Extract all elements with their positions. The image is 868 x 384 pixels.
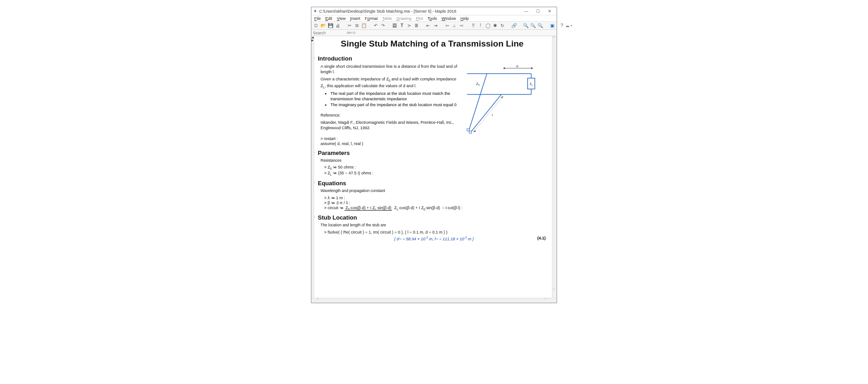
intro-bullet-2: The imaginary part of the impedance at t… — [330, 103, 462, 108]
print-icon[interactable]: 🖨 — [335, 23, 341, 29]
equations-subheading: Wavelength and propagation constant — [321, 188, 547, 193]
menu-insert[interactable]: Insert — [348, 16, 362, 21]
document-area[interactable]: Single Stub Matching of a Transmission L… — [314, 36, 552, 298]
svg-rect-19 — [469, 131, 472, 133]
cloud-dropdown-icon[interactable]: ▾ — [571, 24, 572, 28]
menu-table[interactable]: Table — [380, 16, 394, 21]
back-icon[interactable]: ⇦ — [444, 23, 450, 29]
home-icon[interactable]: ⌂ — [451, 23, 458, 29]
svg-text:d: d — [516, 64, 518, 68]
svg-marker-16 — [473, 130, 476, 132]
disclosure-triangle-icon[interactable]: ▼ — [314, 181, 316, 186]
indent-icon[interactable]: ⇥ — [432, 23, 439, 29]
svg-marker-15 — [501, 96, 503, 98]
svg-line-12 — [471, 94, 501, 132]
menu-view[interactable]: View — [335, 16, 347, 21]
scroll-left-icon[interactable]: ˂ — [317, 298, 319, 302]
code-z0[interactable]: > Z0 ≔ 50 ohms : — [321, 165, 547, 170]
disclosure-triangle-icon[interactable]: ▼ — [314, 151, 316, 155]
zoom-out-icon[interactable]: 🔍 — [537, 23, 543, 29]
copy-icon[interactable]: ⧉ — [354, 23, 360, 29]
cut-icon[interactable]: ✂ — [346, 23, 353, 29]
menu-window[interactable]: Window — [440, 16, 458, 21]
svg-rect-18 — [467, 129, 469, 131]
section-heading-stub: Stub Location — [318, 214, 357, 221]
prompt-icon[interactable]: ≻ — [406, 23, 412, 29]
code-circuit[interactable]: > circuit ≔ Z0·cos(β·d) + I ZL·sin(β·d) … — [321, 206, 547, 211]
reference-heading: Reference: — [321, 112, 462, 118]
stub-subheading: The location and length of the stub are — [321, 223, 547, 228]
image-icon[interactable]: 🖼 — [392, 23, 398, 29]
paste-icon[interactable]: 📋 — [361, 23, 367, 29]
section-heading-parameters: Parameters — [318, 150, 350, 156]
execute-all-icon[interactable]: ‼ — [470, 23, 476, 29]
svg-marker-1 — [503, 67, 505, 69]
titlebar: ✦ C:\Users\skhan\Desktop\Single Stub Mat… — [311, 7, 557, 15]
window-controls: — ☐ ✕ — [520, 8, 556, 15]
menu-drawing[interactable]: Drawing — [395, 16, 413, 21]
menu-plot[interactable]: Plot — [414, 16, 425, 21]
restart-icon[interactable]: ↻ — [499, 23, 505, 29]
section-heading-equations: Equations — [318, 180, 346, 187]
search-bar: Alt+S — [311, 30, 557, 36]
workspace: ◀ ▶ Single Stub Matching of a Transmissi… — [311, 36, 557, 298]
gutter-tri-right-icon: ▶ — [311, 39, 314, 42]
intro-p2: Given a characteristic impedance of Z0 a… — [321, 76, 462, 89]
scroll-down-icon[interactable]: ˅ — [553, 289, 555, 292]
search-hint: Alt+S — [347, 31, 355, 35]
intro-bullets: The real part of the impedance at the st… — [321, 91, 462, 108]
intro-bullet-1: The real part of the impedance at the st… — [330, 91, 462, 102]
code-beta[interactable]: > β ≔ 2·π / λ : — [321, 201, 547, 205]
reference-text: Iskander, Magdi F., Electromagnetic Fiel… — [321, 120, 462, 131]
disclosure-triangle-icon[interactable]: ▼ — [314, 56, 316, 61]
menu-format[interactable]: Format — [363, 16, 380, 21]
link-icon[interactable]: 🔗 — [511, 23, 517, 29]
zoom-in-icon[interactable]: 🔍 — [523, 23, 529, 29]
code-fsolve[interactable]: > fsolve( { Re( circuit ) = 1, Im( circu… — [321, 230, 547, 234]
minimize-button[interactable]: — — [520, 8, 532, 15]
save-icon[interactable]: 💾 — [327, 23, 334, 29]
scroll-right-icon[interactable]: ˃ — [545, 298, 547, 302]
menu-edit[interactable]: Edit — [324, 16, 335, 21]
svg-marker-2 — [531, 67, 533, 69]
code-restart[interactable]: > restart : — [317, 136, 547, 141]
code-lambda[interactable]: > λ ≔ 1 m : — [321, 196, 547, 200]
scroll-up-icon[interactable]: ˄ — [553, 37, 555, 40]
section-icon[interactable]: ≣ — [413, 23, 420, 29]
stop-icon[interactable]: ◯ — [485, 23, 491, 29]
redo-icon[interactable]: ↷ — [380, 23, 386, 29]
execute-icon[interactable]: ! — [477, 23, 484, 29]
close-button[interactable]: ✕ — [544, 8, 556, 15]
undo-icon[interactable]: ↶ — [373, 23, 379, 29]
zoom-default-icon[interactable]: 🔍 — [530, 23, 536, 29]
toolbar: 🗋 📂 💾 🖨 ✂ ⧉ 📋 ↶ ↷ 🖼 T ≻ ≣ ⇤ ⇥ — [311, 22, 557, 30]
svg-text:l: l — [492, 113, 493, 117]
equation-label: (4.1) — [537, 236, 546, 240]
menu-tools[interactable]: Tools — [426, 16, 439, 21]
code-assume[interactable]: assume( d, real, l, real ) — [317, 141, 547, 146]
section-heading-introduction: Introduction — [318, 55, 352, 62]
vertical-scrollbar[interactable]: ˄ ˅ — [552, 36, 557, 298]
menu-file[interactable]: File — [312, 16, 323, 21]
forward-icon[interactable]: ⇨ — [458, 23, 465, 29]
outdent-icon[interactable]: ⇤ — [425, 23, 431, 29]
intro-p1: A single short circuited transmission li… — [321, 64, 462, 75]
text-icon[interactable]: T — [399, 23, 405, 29]
menu-help[interactable]: Help — [459, 16, 471, 21]
debug-icon[interactable]: ✱ — [492, 23, 498, 29]
help-icon[interactable]: ? — [561, 23, 563, 29]
menubar: File Edit View Insert Format Table Drawi… — [311, 15, 557, 22]
horizontal-scrollbar[interactable]: ˂ ˃ — [314, 298, 552, 303]
new-icon[interactable]: 🗋 — [313, 23, 319, 29]
equation-result: { d~ = 58.94 × 10-3 m, l~ = 111.18 × 10-… — [321, 236, 547, 241]
open-icon[interactable]: 📂 — [320, 23, 326, 29]
app-icon: ✦ — [312, 9, 318, 14]
window-title: C:\Users\skhan\Desktop\Single Stub Match… — [319, 9, 520, 14]
parameters-subheading: Resistances — [321, 158, 547, 163]
disclosure-triangle-icon[interactable]: ▼ — [314, 215, 316, 220]
fullscreen-icon[interactable]: ▣ — [549, 23, 555, 29]
maximize-button[interactable]: ☐ — [532, 8, 544, 15]
code-zl[interactable]: > ZL ≔ (35 − 47.5 I) ohms : — [321, 171, 547, 176]
app-window: ✦ C:\Users\skhan\Desktop\Single Stub Mat… — [311, 7, 557, 303]
cloud-icon[interactable]: ☁ — [565, 23, 570, 28]
